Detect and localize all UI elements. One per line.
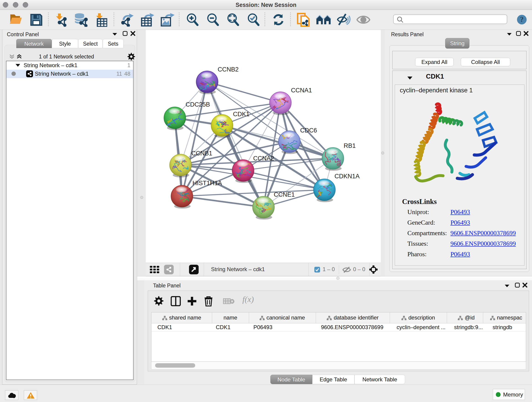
svg-text:CDK1: CDK1: [233, 111, 249, 118]
svg-text:?: ?: [520, 15, 524, 23]
svg-text:RB1: RB1: [344, 142, 356, 149]
svg-text:HIST1H1A: HIST1H1A: [192, 180, 222, 186]
svg-text:CCNA2: CCNA2: [253, 155, 274, 162]
svg-text:CDC6: CDC6: [300, 127, 317, 134]
svg-text:CCNB2: CCNB2: [218, 66, 239, 73]
svg-text:CDC25B: CDC25B: [186, 101, 210, 108]
svg-text:CDKN1A: CDKN1A: [335, 173, 360, 180]
svg-text:CCNA1: CCNA1: [291, 87, 312, 94]
svg-text:CCNE1: CCNE1: [274, 191, 295, 198]
svg-text:CCNB1: CCNB1: [191, 150, 212, 157]
